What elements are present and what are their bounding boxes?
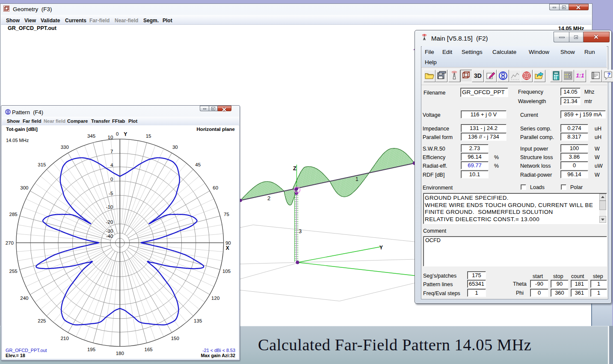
svg-text:Y: Y [379,245,383,251]
svg-text:?: ? [607,71,610,78]
svg-text:75: 75 [224,212,229,217]
svg-text:195: 195 [87,347,95,352]
svg-text:-40: -40 [106,234,113,239]
svg-text:60: 60 [213,185,218,190]
svg-text:Y: Y [124,131,127,137]
svg-text:90: 90 [225,240,231,246]
svg-text:10: 10 [108,135,113,140]
svg-text:4: 4 [110,163,113,168]
svg-text:135: 135 [194,318,202,323]
svg-text:150: 150 [171,336,179,341]
svg-text:7: 7 [110,149,113,154]
svg-text:15: 15 [146,133,151,139]
svg-text:0: 0 [116,131,118,136]
svg-text:2: 2 [267,195,270,201]
svg-text:X: X [226,245,229,251]
svg-text:330: 330 [61,145,69,150]
svg-text:-20: -20 [106,219,113,225]
svg-text:345: 345 [87,133,95,139]
svg-text:45: 45 [195,162,201,167]
svg-text:-30: -30 [106,228,113,234]
svg-text:3: 3 [299,228,302,234]
svg-text:-10: -10 [106,204,113,210]
svg-text:255: 255 [9,269,18,274]
svg-text:180: 180 [116,351,124,356]
svg-text:-5: -5 [109,191,113,196]
svg-text:1: 1 [355,176,358,182]
svg-text:225: 225 [38,318,46,323]
svg-text:105: 105 [222,269,231,274]
svg-text:285: 285 [9,212,18,217]
svg-text:30: 30 [172,145,178,150]
svg-text:210: 210 [61,336,69,341]
svg-text:240: 240 [20,296,28,301]
svg-text:165: 165 [145,347,153,352]
svg-text:315: 315 [38,162,46,167]
svg-text:270: 270 [6,240,14,246]
svg-text:Z: Z [293,165,296,172]
svg-text:0: 0 [110,177,113,182]
svg-text:300: 300 [20,185,28,190]
svg-text:120: 120 [211,296,219,301]
